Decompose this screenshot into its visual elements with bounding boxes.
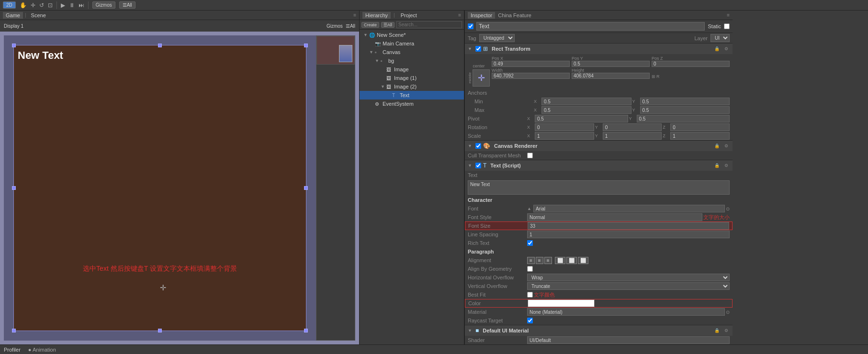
rotate-tool-icon[interactable]: ↺ <box>39 2 44 9</box>
object-active-checkbox[interactable] <box>468 23 473 29</box>
font-style-value[interactable]: Normal <box>527 213 702 221</box>
all-hierarchy-btn[interactable]: ☰All <box>381 22 395 28</box>
tree-item-canvas[interactable]: ▼ ▫ Canvas <box>360 48 464 56</box>
pivot-y-input[interactable]: 0.5 <box>637 115 730 122</box>
cr-lock-icon[interactable]: 🔒 <box>713 143 721 149</box>
tab-inspector[interactable]: Inspector <box>468 12 495 19</box>
scale-tool-icon[interactable]: ⊡ <box>48 2 53 9</box>
tree-item-bg[interactable]: ▼ ▫ bg <box>360 56 464 65</box>
rt-menu-icon[interactable]: ⚙ <box>723 46 730 52</box>
pos-z-input[interactable]: 0 <box>652 61 730 67</box>
gizmos-btn[interactable]: Gizmos <box>92 1 115 9</box>
max-x-input[interactable]: 0.5 <box>541 106 631 114</box>
canvas-renderer-header[interactable]: ▼ 🎨 Canvas Renderer 🔒 ⚙ <box>465 141 733 151</box>
align-bottom-btn[interactable]: ⬜ <box>578 257 588 264</box>
object-name-input[interactable] <box>476 22 705 31</box>
align-right-btn[interactable]: ≡ <box>544 257 552 264</box>
font-size-input[interactable]: 33 <box>528 222 729 230</box>
pause-icon[interactable]: ⏸ <box>69 2 75 9</box>
cull-checkbox[interactable] <box>527 153 533 158</box>
color-swatch[interactable] <box>528 299 595 307</box>
align-vmid-btn[interactable]: ⬜ <box>566 257 577 264</box>
animation-tab[interactable]: ● Animation <box>28 347 56 353</box>
text-script-header[interactable]: ▼ T Text (Script) 🔒 ⚙ <box>465 160 733 171</box>
panel-menu-icon[interactable]: ≡ <box>353 12 356 18</box>
cr-menu-icon[interactable]: ⚙ <box>723 143 730 149</box>
hand-tool-icon[interactable]: ✋ <box>20 2 27 9</box>
max-y-input[interactable]: 0.5 <box>640 106 730 114</box>
handle-t[interactable] <box>158 44 162 47</box>
display-label[interactable]: Display 1 <box>4 23 23 29</box>
play-icon[interactable]: ▶ <box>61 2 65 9</box>
align-by-geometry-checkbox[interactable] <box>527 266 533 272</box>
font-value[interactable]: Arial <box>533 205 725 212</box>
tag-dropdown[interactable]: Untagged <box>479 34 515 42</box>
pivot-x-input[interactable]: 0.5 <box>535 115 628 122</box>
font-select-icon[interactable]: ⊙ <box>726 206 730 211</box>
scale-y-input[interactable]: 1 <box>603 132 662 140</box>
text-content-input[interactable]: New Text <box>468 180 730 195</box>
dum-header[interactable]: ▼ ■ Default UI Material 🔒 ⚙ <box>465 325 733 336</box>
handle-tr[interactable] <box>304 44 308 47</box>
tree-item-text[interactable]: ▶ T Text <box>360 91 464 100</box>
handle-tl[interactable] <box>12 44 16 47</box>
tab-scene[interactable]: Scene <box>28 12 49 19</box>
width-input[interactable]: 640.7092 <box>492 73 570 79</box>
min-y-input[interactable]: 0.5 <box>640 98 730 105</box>
handle-br[interactable] <box>304 329 308 332</box>
pos-y-input[interactable]: 0.5 <box>572 61 650 67</box>
rt-extra-icon[interactable]: ⊞ <box>652 74 655 79</box>
rect-transform-header[interactable]: ▼ ⊞ Rect Transform 🔒 ⚙ <box>465 44 733 54</box>
cr-enable-checkbox[interactable] <box>475 143 481 149</box>
rt-enable-checkbox[interactable] <box>475 46 481 52</box>
shader-value[interactable]: UI/Default <box>527 336 730 344</box>
tree-item-image1[interactable]: ▶ 🖼 Image (1) <box>360 74 464 82</box>
h-overflow-dropdown[interactable]: Wrap Overflow <box>527 274 730 281</box>
rot-y-input[interactable]: 0 <box>603 123 662 131</box>
rot-z-input[interactable]: 0 <box>670 123 730 131</box>
handle-b[interactable] <box>158 329 162 332</box>
static-checkbox[interactable] <box>724 23 730 29</box>
rich-text-checkbox[interactable] <box>527 240 533 246</box>
tree-item-eventsystem[interactable]: ▶ ⚙ EventSystem <box>360 100 464 108</box>
best-fit-checkbox[interactable] <box>527 292 533 298</box>
pos-x-input[interactable]: 0.49 <box>492 61 570 67</box>
anchor-diagram[interactable]: ✛ <box>473 69 490 87</box>
scale-x-input[interactable]: 1 <box>535 132 594 140</box>
profiler-tab[interactable]: Profiler <box>4 347 21 353</box>
rt-extra-icon2[interactable]: R <box>656 74 660 79</box>
material-value[interactable]: None (Material) <box>527 308 725 316</box>
align-center-btn[interactable]: ≡ <box>536 257 543 264</box>
ts-menu-icon[interactable]: ⚙ <box>723 163 730 168</box>
inspector-menu[interactable]: ≡ <box>727 12 730 18</box>
tree-item-image[interactable]: ▶ 🖼 Image <box>360 65 464 74</box>
rot-x-input[interactable]: 0 <box>535 123 594 131</box>
tab-hierarchy[interactable]: Hierarchy <box>362 12 391 19</box>
height-input[interactable]: 406.0784 <box>572 73 650 79</box>
raycast-checkbox[interactable] <box>527 318 533 323</box>
material-select-icon[interactable]: ⊙ <box>726 310 730 315</box>
rt-lock-icon[interactable]: 🔒 <box>713 46 721 52</box>
handle-r[interactable] <box>304 186 308 190</box>
line-spacing-input[interactable]: 1 <box>527 231 730 238</box>
tab-game[interactable]: Game <box>3 12 23 19</box>
gizmos-label[interactable]: Gizmos <box>327 23 343 29</box>
ts-enable-checkbox[interactable] <box>475 163 481 168</box>
align-left-btn[interactable]: ≡ <box>527 257 535 264</box>
tab-project[interactable]: Project <box>398 12 420 19</box>
create-btn[interactable]: Create <box>361 22 379 28</box>
v-overflow-dropdown[interactable]: Truncate Overflow <box>527 282 730 290</box>
thumbnail-item[interactable] <box>316 36 355 65</box>
align-top-btn[interactable]: ⬜ <box>555 257 565 264</box>
handle-bl[interactable] <box>12 329 16 332</box>
ts-lock-icon[interactable]: 🔒 <box>713 163 721 168</box>
handle-l[interactable] <box>12 186 16 190</box>
all-btn[interactable]: ☰All <box>119 1 135 9</box>
dum-menu-icon[interactable]: ⚙ <box>723 328 730 333</box>
2d-toggle[interactable]: 2D <box>3 1 16 9</box>
dum-lock-icon[interactable]: 🔒 <box>713 328 721 333</box>
tree-item-newscene[interactable]: ▼ 🌐 New Scene* <box>360 31 464 39</box>
hierarchy-menu[interactable]: ≡ <box>458 12 461 18</box>
layer-dropdown[interactable]: UI <box>710 34 730 42</box>
tree-item-maincamera[interactable]: ▶ 📷 Main Camera <box>360 39 464 48</box>
